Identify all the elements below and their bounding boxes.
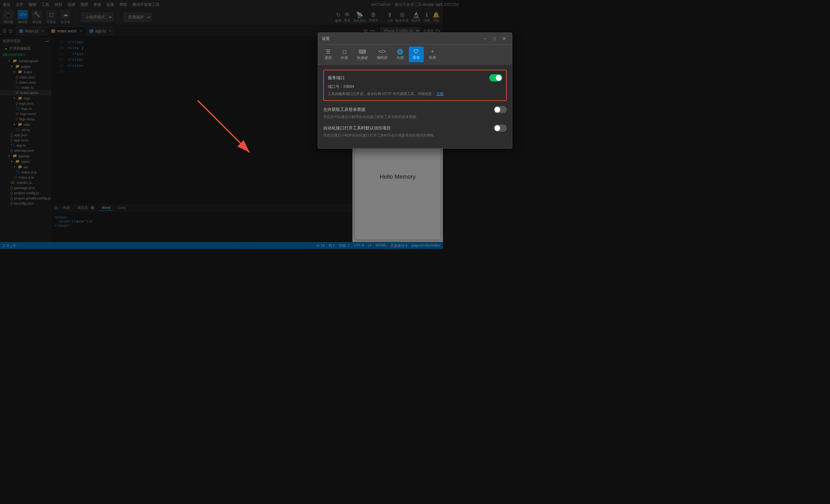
auto-trust-row: 自动化接口打开工具时默认信任项目 [323,125,443,132]
shortcuts-tab-icon: ⌨ [359,49,366,55]
allow-login-label: 允许获取工具登录票据 [323,107,365,113]
allow-login-row: 允许获取工具登录票据 [323,106,443,113]
editor-tab-label: 编辑器 [377,55,387,60]
svg-line-1 [198,100,250,152]
general-tab-label: 通用 [324,56,332,60]
settings-modal: 设置 ─ □ ✕ ☰ 通用 ◻ 外观 ⌨ 快捷键 </> 编辑器 [318,32,443,149]
proxy-tab-label: 代理 [396,56,404,60]
appearance-tab-icon: ◻ [342,49,347,55]
modal-tab-extensions[interactable]: + 拓展 [425,47,440,62]
modal-tab-general[interactable]: ☰ 通用 [321,47,336,62]
service-desc-text: 工具的服务端口已开启，命令行和 HTTP 均可调用工具。详细信息： [328,92,436,96]
modal-tab-appearance[interactable]: ◻ 外观 [337,47,352,62]
security-tab-icon: 🛡 [414,49,419,55]
proxy-tab-icon: 🌐 [397,49,403,55]
red-arrow [195,97,259,162]
modal-title: 设置 [322,36,330,41]
service-port-desc: 工具的服务端口已开启，命令行和 HTTP 均可调用工具。详细信息： 文档 [328,91,443,96]
modal-tabs: ☰ 通用 ◻ 外观 ⌨ 快捷键 </> 编辑器 🌐 代理 🛡 安全 [318,45,443,65]
auto-trust-desc: 开启后通过小程序自动化接口打开工具时不会出现是否信任项目的弹框。 [323,133,443,138]
extensions-tab-label: 拓展 [429,55,436,60]
auto-trust-setting: 自动化接口打开工具时默认信任项目 开启后通过小程序自动化接口打开工具时不会出现是… [323,125,443,138]
modal-tab-proxy[interactable]: 🌐 代理 [393,47,408,62]
service-doc-link[interactable]: 文档 [437,92,443,96]
modal-overlay: 设置 ─ □ ✕ ☰ 通用 ◻ 外观 ⌨ 快捷键 </> 编辑器 [0,0,443,249]
editor-tab-icon: </> [378,49,386,55]
modal-tab-security[interactable]: 🛡 安全 [409,47,424,62]
service-port-number: 端口号：29684 [328,84,443,90]
security-tab-label: 安全 [413,55,420,60]
shortcuts-tab-label: 快捷键 [357,56,368,60]
extensions-tab-icon: + [431,49,434,55]
service-port-row: 服务端口 [328,74,443,82]
allow-login-desc: 开启后可以通过小程序自动化接口获取工具当前的登录票据。 [323,115,443,119]
service-port-label: 服务端口 [328,75,345,81]
service-port-section: 服务端口 端口号：29684 工具的服务端口已开启，命令行和 HTTP 均可调用… [323,70,443,101]
appearance-tab-label: 外观 [341,56,348,60]
modal-tab-editor[interactable]: </> 编辑器 [373,47,391,62]
allow-login-setting: 允许获取工具登录票据 开启后可以通过小程序自动化接口获取工具当前的登录票据。 [323,106,443,119]
modal-header: 设置 ─ □ ✕ [318,33,443,45]
modal-content: 服务端口 端口号：29684 工具的服务端口已开启，命令行和 HTTP 均可调用… [318,65,443,148]
general-tab-icon: ☰ [326,49,330,55]
modal-tab-shortcuts[interactable]: ⌨ 快捷键 [353,47,372,62]
auto-trust-label: 自动化接口打开工具时默认信任项目 [323,125,391,131]
